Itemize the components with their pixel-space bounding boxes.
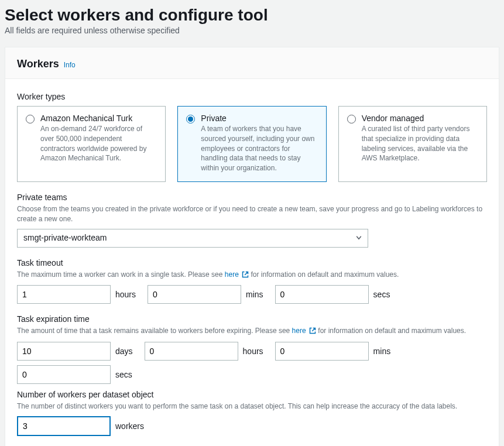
unit-days: days	[115, 346, 133, 356]
worker-type-desc: An on-demand 24/7 workforce of over 500,…	[40, 124, 157, 163]
panel-header: Workers Info	[5, 47, 499, 79]
desc-text: The amount of time that a task remains a…	[17, 327, 292, 335]
radio-icon	[347, 115, 356, 123]
worker-type-desc: A team of workers that you have sourced …	[201, 124, 317, 173]
task-timeout-here-link[interactable]: here	[225, 270, 239, 279]
panel-title: Workers	[17, 58, 59, 70]
worker-types-label: Worker types	[17, 92, 487, 101]
private-teams-select[interactable]: smgt-private-workteam	[17, 229, 368, 248]
task-expiration-label: Task expiration time	[17, 314, 487, 324]
unit-hours: hours	[243, 346, 263, 356]
radio-icon	[186, 115, 195, 123]
desc-text: The maximum time a worker can work in a …	[17, 270, 225, 279]
radio-icon	[26, 115, 35, 123]
external-link-icon	[309, 327, 316, 337]
info-link[interactable]: Info	[64, 61, 76, 69]
unit-workers: workers	[115, 421, 144, 431]
task-timeout-label: Task timeout	[17, 258, 487, 267]
task-timeout-secs-input[interactable]	[275, 285, 369, 304]
workers-per-object-label: Number of workers per dataset object	[17, 390, 487, 399]
private-teams-desc: Choose from the teams you created in the…	[17, 204, 487, 224]
private-teams-label: Private teams	[17, 193, 487, 202]
desc-text: for information on default and maximum v…	[251, 270, 399, 279]
worker-type-title: Private	[201, 114, 317, 123]
page-title: Select workers and configure tool	[5, 6, 499, 25]
worker-type-vendor-managed[interactable]: Vendor managed A curated list of third p…	[338, 106, 487, 182]
unit-secs: secs	[373, 290, 390, 299]
worker-type-desc: A curated list of third party vendors th…	[362, 124, 478, 163]
unit-mins: mins	[373, 346, 391, 356]
desc-text: for information on default and maximum v…	[318, 327, 466, 335]
workers-per-object-input[interactable]	[17, 416, 111, 436]
unit-secs: secs	[115, 370, 132, 379]
page-subtitle: All fields are required unless otherwise…	[5, 26, 499, 35]
task-expiration-secs-input[interactable]	[17, 365, 111, 384]
workers-per-object-desc: The number of distinct workers you want …	[17, 402, 487, 411]
unit-hours: hours	[115, 290, 136, 299]
worker-type-amazon-mturk[interactable]: Amazon Mechanical Turk An on-demand 24/7…	[17, 106, 166, 182]
task-timeout-mins-input[interactable]	[148, 285, 241, 304]
worker-type-title: Vendor managed	[362, 114, 478, 123]
external-link-icon	[242, 271, 249, 281]
worker-type-private[interactable]: Private A team of workers that you have …	[177, 106, 326, 182]
task-expiration-mins-input[interactable]	[275, 342, 369, 361]
worker-type-title: Amazon Mechanical Turk	[40, 114, 157, 123]
workers-panel: Workers Info Worker types Amazon Mechani…	[5, 47, 499, 446]
task-expiration-here-link[interactable]: here	[292, 327, 306, 335]
worker-types-group: Amazon Mechanical Turk An on-demand 24/7…	[17, 106, 487, 182]
task-timeout-desc: The maximum time a worker can work in a …	[17, 270, 487, 281]
task-expiration-days-input[interactable]	[17, 342, 111, 361]
task-timeout-hours-input[interactable]	[17, 285, 111, 304]
task-expiration-hours-input[interactable]	[145, 342, 238, 361]
unit-mins: mins	[246, 290, 263, 299]
task-expiration-desc: The amount of time that a task remains a…	[17, 326, 487, 337]
